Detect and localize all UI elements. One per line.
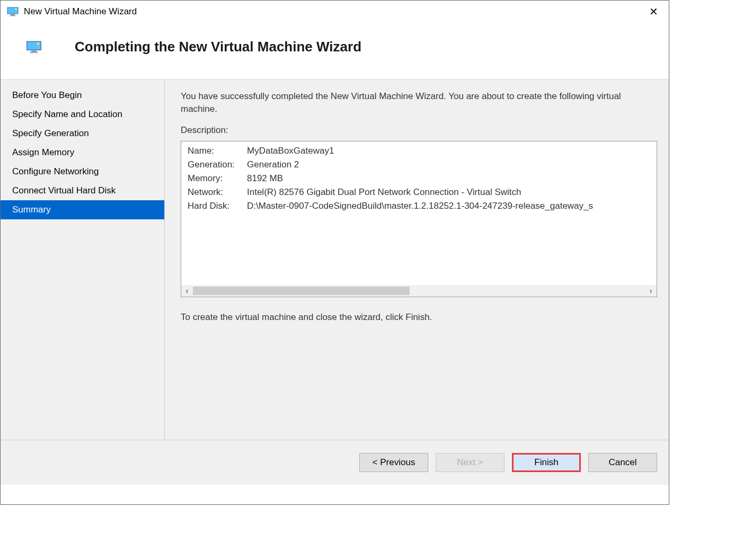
scroll-thumb[interactable]	[193, 287, 410, 295]
header-band: Completing the New Virtual Machine Wizar…	[1, 23, 669, 79]
header-monitor-icon	[26, 41, 42, 54]
close-button[interactable]: ✕	[645, 5, 662, 18]
sidebar-step-5[interactable]: Connect Virtual Hard Disk	[1, 181, 164, 200]
next-button: Next >	[436, 453, 505, 472]
wizard-body: Before You BeginSpecify Name and Locatio…	[1, 79, 669, 440]
description-key: Hard Disk:	[188, 201, 247, 211]
description-key: Memory:	[188, 173, 247, 184]
sidebar-step-4[interactable]: Configure Networking	[1, 162, 164, 181]
description-row: Hard Disk:D:\Master-0907-CodeSignedBuild…	[188, 201, 650, 211]
svg-rect-3	[11, 14, 15, 15]
horizontal-scrollbar[interactable]: ‹ ›	[181, 285, 657, 297]
window-title: New Virtual Machine Wizard	[24, 6, 137, 17]
description-key: Network:	[188, 187, 247, 198]
page-title: Completing the New Virtual Machine Wizar…	[75, 39, 361, 55]
description-value: Intel(R) 82576 Gigabit Dual Port Network…	[247, 187, 521, 198]
svg-point-7	[37, 42, 39, 45]
svg-rect-8	[31, 50, 37, 52]
wizard-steps-sidebar: Before You BeginSpecify Name and Locatio…	[1, 79, 165, 440]
sidebar-step-3[interactable]: Assign Memory	[1, 143, 164, 162]
sidebar-step-0[interactable]: Before You Begin	[1, 86, 164, 105]
sidebar-step-1[interactable]: Specify Name and Location	[1, 105, 164, 124]
description-key: Generation:	[188, 159, 247, 170]
svg-point-2	[15, 8, 17, 10]
scroll-right-icon[interactable]: ›	[645, 286, 657, 296]
scroll-left-icon[interactable]: ‹	[181, 286, 193, 296]
description-label: Description:	[181, 125, 657, 136]
scroll-track[interactable]	[193, 287, 645, 295]
main-content: You have successfully completed the New …	[165, 79, 669, 440]
description-row: Network:Intel(R) 82576 Gigabit Dual Port…	[188, 187, 650, 198]
description-row: Generation:Generation 2	[188, 159, 650, 170]
footer: < Previous Next > Finish Cancel	[1, 440, 669, 485]
description-key: Name:	[188, 146, 247, 156]
svg-rect-9	[30, 52, 38, 53]
previous-button[interactable]: < Previous	[359, 453, 428, 472]
finish-button[interactable]: Finish	[512, 453, 581, 472]
description-value: MyDataBoxGateway1	[247, 146, 334, 156]
finish-note: To create the virtual machine and close …	[181, 312, 657, 323]
description-row: Memory:8192 MB	[188, 173, 650, 184]
description-row: Name:MyDataBoxGateway1	[188, 146, 650, 156]
description-value: D:\Master-0907-CodeSignedBuild\master.1.…	[247, 201, 593, 211]
titlebar: New Virtual Machine Wizard ✕	[1, 1, 669, 23]
description-value: 8192 MB	[247, 173, 283, 184]
description-box: Name:MyDataBoxGateway1Generation:Generat…	[181, 141, 657, 297]
svg-rect-4	[10, 15, 16, 16]
sidebar-step-6[interactable]: Summary	[1, 200, 164, 219]
sidebar-step-2[interactable]: Specify Generation	[1, 124, 164, 143]
cancel-button[interactable]: Cancel	[588, 453, 657, 472]
intro-text: You have successfully completed the New …	[181, 90, 657, 115]
app-monitor-icon	[7, 7, 19, 16]
description-value: Generation 2	[247, 159, 299, 170]
